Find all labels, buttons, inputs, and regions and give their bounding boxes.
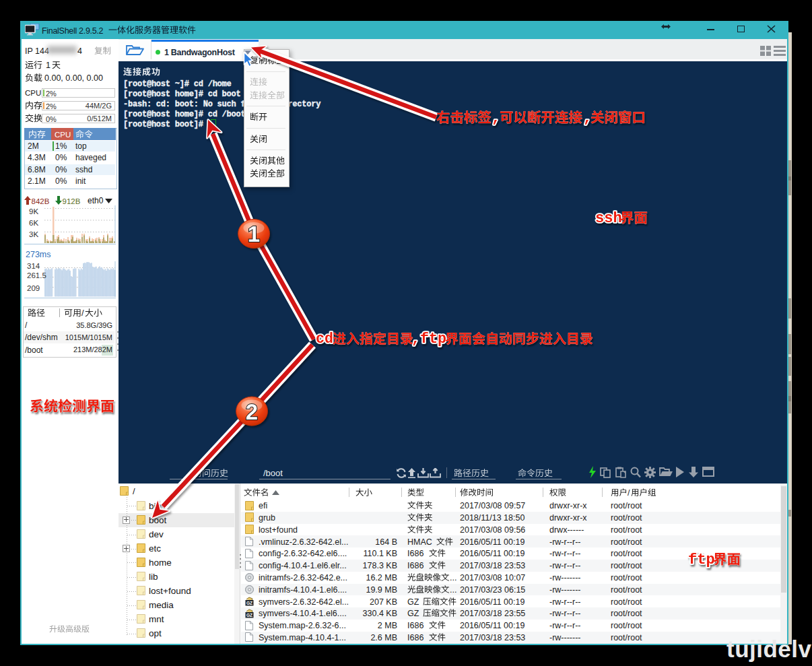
svg-text:GZ: GZ (246, 613, 252, 618)
svg-text:GZ: GZ (246, 601, 252, 605)
